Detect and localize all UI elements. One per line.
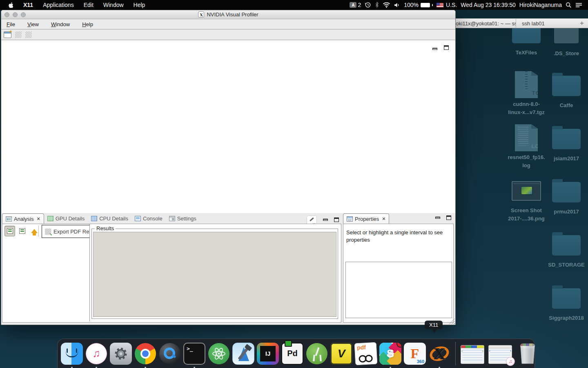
terminal-tab-1[interactable]: oki11x@yokota01: ~ — ssh xyxy=(454,20,516,27)
new-tab-button[interactable]: + xyxy=(576,19,588,27)
desktop-icon-caffe[interactable]: Caffe xyxy=(548,72,585,110)
zoom-window-button[interactable] xyxy=(21,12,26,17)
image-file-icon xyxy=(512,181,541,201)
dock-finder[interactable] xyxy=(61,343,83,365)
close-tab-icon[interactable]: ✕ xyxy=(382,216,385,222)
macos-menubar: X11 Applications Edit Window Help A 2 xyxy=(0,0,588,10)
menubar-menu-window[interactable]: Window xyxy=(98,0,129,10)
wifi-icon[interactable] xyxy=(383,0,390,10)
battery-percent: 100% xyxy=(404,2,419,8)
minimized-window-thumbnail xyxy=(461,345,484,364)
desktop-icon-jsiam2017[interactable]: jsiam2017 xyxy=(548,125,585,163)
tab-properties[interactable]: Properties ✕ xyxy=(343,213,389,224)
input-locale[interactable]: U.S. xyxy=(437,0,457,10)
dock-quicktime[interactable] xyxy=(159,343,181,365)
guided-analysis-button[interactable] xyxy=(4,226,15,236)
maximize-panel-icon[interactable] xyxy=(446,215,451,220)
tab-analysis[interactable]: Analysis ✕ xyxy=(2,213,44,224)
maximize-panel-icon[interactable] xyxy=(334,218,339,222)
profiler-window: X NVIDIA Visual Profiler File View Windo… xyxy=(1,10,456,325)
unguided-analysis-button[interactable] xyxy=(17,226,27,236)
dock-separator xyxy=(455,342,456,366)
menubar-menu-help[interactable]: Help xyxy=(129,0,150,10)
running-indicator xyxy=(439,367,440,368)
tab-gpu-details[interactable]: GPU Details xyxy=(44,213,88,224)
results-empty-area[interactable] xyxy=(93,232,336,317)
menubar-username[interactable]: HirokiNaganuma xyxy=(519,2,562,8)
close-tab-icon[interactable]: ✕ xyxy=(36,216,40,222)
menubar-menu-edit[interactable]: Edit xyxy=(79,0,98,10)
dock-intellij[interactable]: IJ xyxy=(257,343,279,365)
desktop-icon-cudnn-tgz[interactable]: TGZ cudnn-8.0-linux-x...v7.tgz xyxy=(508,70,545,117)
android-studio-icon xyxy=(306,343,327,364)
dock-minimized-window-2[interactable]: ♫ xyxy=(488,343,514,365)
folder-icon xyxy=(552,235,581,256)
timeline-editor-area[interactable] xyxy=(2,40,455,213)
export-pdf-button[interactable]: Export PDF Re xyxy=(42,225,90,238)
properties-tabbar: Properties ✕ xyxy=(343,213,454,224)
apple-menu-icon[interactable] xyxy=(8,2,14,8)
fusion360-icon: F 360 xyxy=(404,343,426,365)
spotlight-search-icon[interactable] xyxy=(566,0,572,10)
dock-chrome[interactable] xyxy=(134,343,156,365)
dock-minimized-window-1[interactable] xyxy=(461,343,486,365)
minimize-panel-icon[interactable] xyxy=(323,219,328,221)
tab-settings[interactable]: Settings xyxy=(166,213,200,224)
bluetooth-icon[interactable] xyxy=(375,0,379,10)
battery-indicator[interactable]: 100% xyxy=(404,2,433,8)
minimize-panel-icon[interactable] xyxy=(435,217,440,219)
terminal-tab-bar: oki11x@yokota01: ~ — ssh ssh lab01 + xyxy=(454,18,588,28)
volume-icon[interactable] xyxy=(394,0,400,10)
dock-trash[interactable] xyxy=(516,343,539,365)
desktop-icon-resnet-log[interactable]: LOG resnet50_fp16.log xyxy=(508,123,545,170)
properties-empty-box[interactable] xyxy=(345,262,452,318)
dock-slack[interactable]: S xyxy=(379,343,401,365)
dock-pdf-expert[interactable]: pdf xyxy=(355,343,377,365)
running-indicator xyxy=(390,367,391,368)
tab-console[interactable]: Console xyxy=(131,213,166,224)
input-source-icon[interactable]: A 2 xyxy=(350,0,361,10)
folder-icon xyxy=(552,288,581,309)
minimize-view-icon[interactable] xyxy=(432,48,437,50)
time-machine-icon[interactable] xyxy=(365,0,371,10)
desktop-icon-sd-storage[interactable]: SD_STORAGE xyxy=(548,231,585,269)
dock-system-preferences[interactable] xyxy=(110,343,132,365)
export-pdf-icon xyxy=(45,229,51,235)
desktop-icon-prmu2017[interactable]: prmu2017 xyxy=(548,178,585,216)
notification-center-icon[interactable] xyxy=(575,0,582,10)
menubar-menu-applications[interactable]: Applications xyxy=(38,0,79,10)
x11-window-icon: X xyxy=(198,11,204,18)
menu-help[interactable]: Help xyxy=(82,21,93,27)
minimize-window-button[interactable] xyxy=(13,12,18,17)
maximize-view-icon[interactable] xyxy=(444,45,449,50)
trash-icon xyxy=(518,343,537,365)
menubar-clock[interactable]: Wed Aug 23 16:39:50 xyxy=(461,2,515,8)
view-menu-button[interactable] xyxy=(307,215,317,224)
dock-tooltip: X11 xyxy=(425,321,443,332)
dock-android-studio[interactable] xyxy=(306,343,328,365)
dock-v-app[interactable]: V xyxy=(330,343,352,365)
dock-fusion360[interactable]: F 360 xyxy=(404,343,426,365)
window-titlebar[interactable]: X NVIDIA Visual Profiler xyxy=(1,10,455,19)
menubar-app-name[interactable]: X11 xyxy=(18,0,38,10)
terminal-tab-2[interactable]: ssh lab01 xyxy=(516,20,550,27)
menu-file[interactable]: File xyxy=(7,21,15,27)
dock-xquartz[interactable]: X xyxy=(428,343,450,365)
menu-window[interactable]: Window xyxy=(51,21,70,27)
dock-terminal[interactable]: >_ xyxy=(183,343,205,365)
dock-itunes[interactable]: ♫ xyxy=(85,343,107,365)
properties-message: Select or highlight a single interval to… xyxy=(346,229,453,244)
menu-view[interactable]: View xyxy=(27,21,39,27)
us-flag-icon xyxy=(437,3,443,7)
up-arrow-icon xyxy=(31,229,38,233)
desktop-icon-siggraph2018[interactable]: Siggraph2018 xyxy=(548,284,585,322)
close-window-button[interactable] xyxy=(4,12,9,17)
itunes-icon: ♫ xyxy=(86,343,107,364)
archive-file-icon: TGZ xyxy=(515,71,538,98)
dock-atom[interactable] xyxy=(208,343,230,365)
desktop-icon-screenshot[interactable]: Screen Shot 2017-....36.png xyxy=(508,177,545,223)
new-session-icon[interactable] xyxy=(4,31,11,38)
dock-puredata[interactable]: Pd xyxy=(281,343,303,365)
tab-cpu-details[interactable]: CPU Details xyxy=(88,213,131,224)
dock-xcode[interactable] xyxy=(232,343,254,365)
